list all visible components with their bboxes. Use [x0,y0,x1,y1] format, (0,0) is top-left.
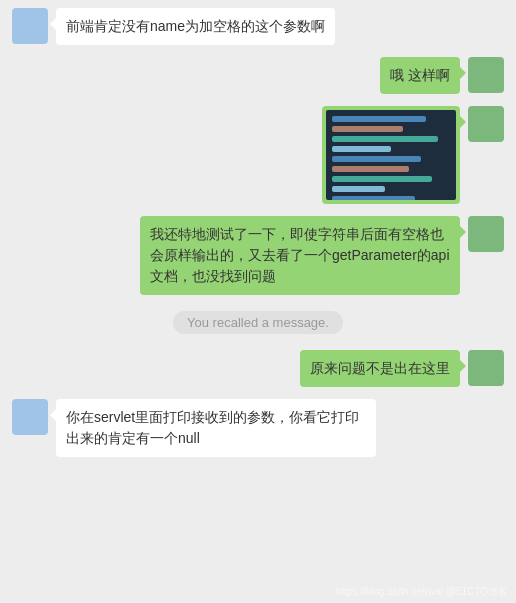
avatar-other-1 [12,8,48,44]
message-row-7: 你在servlet里面打印接收到的参数，你看它打印出来的肯定有一个null [12,399,504,457]
message-row-2: 哦 这样啊 [12,57,504,94]
bubble-outgoing-6: 原来问题不是出在这里 [300,350,460,387]
bubble-outgoing-4: 我还特地测试了一下，即使字符串后面有空格也会原样输出的，又去看了一个getPar… [140,216,460,295]
avatar-self-6 [468,350,504,386]
avatar-other-7 [12,399,48,435]
avatar-self-4 [468,216,504,252]
avatar-self-3 [468,106,504,142]
code-screenshot [326,110,456,200]
message-row-3 [12,106,504,204]
recalled-message-5: You recalled a message. [173,311,343,334]
message-row-4: 我还特地测试了一下，即使字符串后面有空格也会原样输出的，又去看了一个getPar… [12,216,504,295]
bubble-incoming-7: 你在servlet里面打印接收到的参数，你看它打印出来的肯定有一个null [56,399,376,457]
bubble-image-3 [322,106,460,204]
chat-container: 前端肯定没有name为加空格的这个参数啊 哦 这样啊 [0,0,516,603]
bubble-incoming-1: 前端肯定没有name为加空格的这个参数啊 [56,8,335,45]
code-lines [326,110,456,200]
avatar-self-2 [468,57,504,93]
recalled-row-5: You recalled a message. [12,307,504,338]
message-row-6: 原来问题不是出在这里 [12,350,504,387]
message-row-1: 前端肯定没有name为加空格的这个参数啊 [12,8,504,45]
bubble-outgoing-2: 哦 这样啊 [380,57,460,94]
